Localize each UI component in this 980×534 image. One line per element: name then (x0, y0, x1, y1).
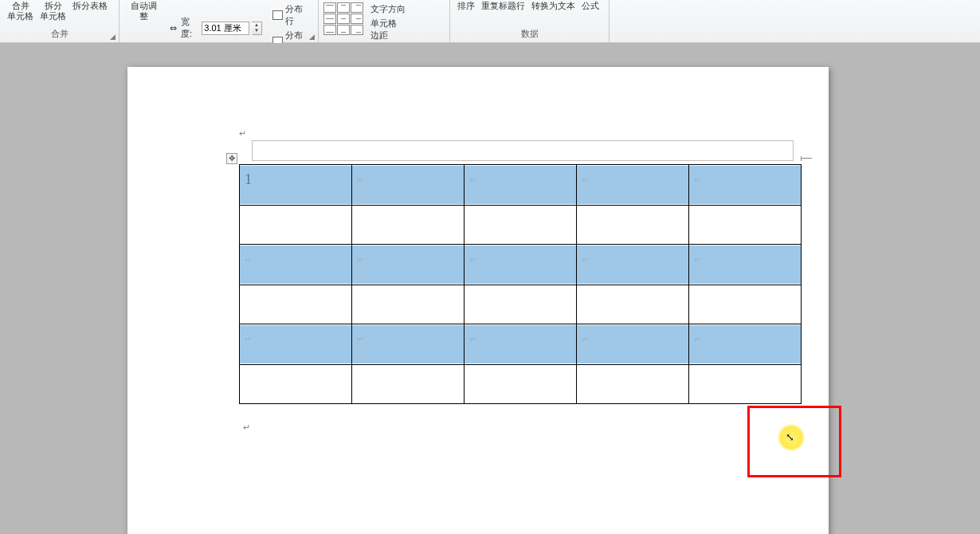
table-cell[interactable] (577, 365, 689, 404)
table-cell[interactable]: ↵ (465, 245, 577, 285)
distribute-rows-button[interactable]: 分布行 (270, 2, 313, 28)
split-cells-button[interactable]: 拆分 单元格 (37, 1, 69, 22)
table-row (240, 365, 802, 404)
table-cell[interactable] (352, 285, 465, 324)
table-cell[interactable] (240, 206, 352, 245)
merge-group-label: 合并 (5, 28, 114, 41)
cell-margins-button[interactable]: 单元格 边距 (368, 17, 408, 42)
document-area[interactable]: ✥ ↵ 1 ↵ ↵ ↵ ↵ (0, 43, 980, 534)
ruler-tick (801, 158, 812, 163)
sort-button[interactable]: 排序 (455, 1, 477, 11)
formula-button[interactable]: 公式 (579, 1, 602, 11)
table-cell[interactable]: ↵ (689, 324, 802, 365)
align-bottom-right[interactable] (351, 25, 363, 35)
merge-group: 合并 单元格 拆分 单元格 拆分表格 合并 ◢ (0, 0, 120, 43)
table-cell[interactable]: ↵ (577, 245, 689, 285)
merge-cells-button[interactable]: 合并 单元格 (5, 1, 36, 22)
table-cell[interactable] (689, 206, 802, 245)
align-top-left[interactable] (323, 2, 336, 13)
table-cell[interactable]: ↵ (352, 324, 465, 365)
data-group: 排序 重复标题行 转换为文本 公式 数据 (450, 0, 610, 43)
text-direction-button[interactable]: 文字方向 (368, 2, 408, 16)
table-cell[interactable] (240, 365, 352, 404)
convert-to-text-button[interactable]: 转换为文本 (529, 1, 578, 11)
table-cell[interactable]: ↵ (689, 245, 802, 285)
table-cell[interactable] (465, 285, 577, 324)
align-middle-left[interactable] (323, 14, 336, 24)
table-row (240, 285, 802, 324)
data-group-label: 数据 (455, 28, 604, 41)
table-cell[interactable] (352, 206, 465, 245)
align-bottom-center[interactable] (337, 25, 350, 35)
width-icon: ⇔ (168, 22, 178, 33)
table-cell[interactable]: ↵ (240, 324, 352, 365)
document-table[interactable]: 1 ↵ ↵ ↵ ↵ ↵ ↵ ↵ ↵ ↵ (239, 164, 802, 404)
merge-dialog-launcher[interactable]: ◢ (108, 32, 117, 41)
width-input[interactable] (202, 22, 249, 35)
align-middle-right[interactable] (351, 14, 363, 24)
table-cell[interactable] (465, 206, 577, 245)
cell-size-group: 自动调整 ⇕高 ⇔ 宽度: ▲▼ 分布行 分布列 单元格大小 ◢ (120, 0, 319, 43)
table-cell[interactable]: ↵ (352, 165, 465, 206)
autofit-button[interactable]: 自动调整 (124, 1, 163, 22)
align-top-center[interactable] (337, 2, 350, 13)
alignment-group: 文字方向 单元格 边距 对齐方式 (319, 0, 450, 43)
align-middle-center[interactable] (337, 14, 350, 24)
table-cell[interactable]: ↵ (689, 165, 802, 206)
table-move-handle[interactable]: ✥ (226, 153, 237, 164)
table-cell[interactable]: ↵ (465, 165, 577, 206)
ribbon-toolbar: 合并 单元格 拆分 单元格 拆分表格 合并 ◢ 自动调整 ⇕高 ⇔ 宽度: (0, 0, 980, 43)
paragraph-mark: ↵ (239, 128, 246, 138)
repeat-header-button[interactable]: 重复标题行 (479, 1, 527, 11)
text-box-above-table[interactable] (252, 140, 794, 161)
table-cell[interactable] (689, 365, 802, 404)
align-top-right[interactable] (351, 2, 363, 13)
width-label: 宽度: (181, 16, 199, 40)
split-table-button[interactable]: 拆分表格 (70, 1, 110, 11)
table-cell[interactable]: ↵ (577, 324, 689, 365)
align-bottom-left[interactable] (323, 25, 336, 35)
page[interactable]: ✥ ↵ 1 ↵ ↵ ↵ ↵ (127, 67, 829, 534)
table-cell[interactable] (240, 285, 352, 324)
cellsize-dialog-launcher[interactable]: ◢ (307, 32, 316, 41)
width-spinner[interactable]: ▲▼ (252, 22, 261, 35)
table-cell[interactable]: ↵ (352, 245, 465, 285)
table-cell[interactable] (577, 206, 689, 245)
table-cell[interactable] (352, 365, 465, 404)
table-cell[interactable]: 1 (240, 165, 352, 206)
table-cell[interactable]: ↵ (465, 324, 577, 365)
table-row (240, 206, 802, 245)
table-cell[interactable] (465, 365, 577, 404)
alignment-grid (323, 1, 363, 35)
table-cell[interactable] (689, 285, 802, 324)
paragraph-mark-after: ↵ (243, 422, 250, 433)
table-cell[interactable]: ↵ (240, 245, 352, 285)
table-row: ↵ ↵ ↵ ↵ ↵ (240, 245, 802, 285)
table-row: ↵ ↵ ↵ ↵ ↵ (240, 324, 802, 365)
table-row: 1 ↵ ↵ ↵ ↵ (240, 165, 802, 206)
table-cell[interactable] (577, 285, 689, 324)
table-cell[interactable]: ↵ (577, 165, 689, 206)
